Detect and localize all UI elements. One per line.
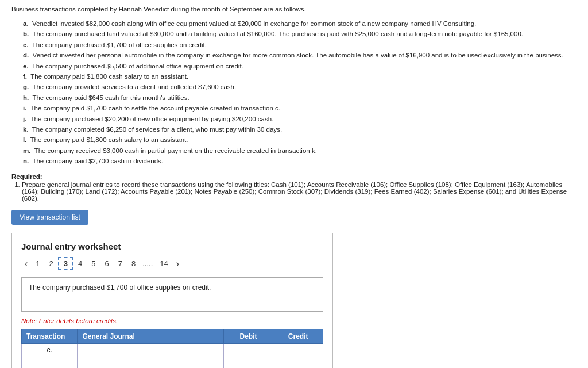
transaction-n: n. The company paid $2,700 cash in divid… <box>23 156 577 166</box>
general-journal-cell-2[interactable] <box>78 356 223 368</box>
page-14-button[interactable]: 14 <box>155 258 172 269</box>
transaction-description: The company purchased $1,700 of office s… <box>21 277 323 312</box>
debit-input-2[interactable] <box>226 359 271 367</box>
col-header-general-journal: General Journal <box>78 329 223 344</box>
debit-cell-1[interactable] <box>223 344 273 356</box>
credit-cell-2[interactable] <box>273 356 323 368</box>
transaction-c: c. The company purchased $1,700 of offic… <box>23 40 577 50</box>
transaction-f: f. The company paid $1,800 cash salary t… <box>23 71 577 82</box>
pagination-ellipsis: ..... <box>140 258 155 269</box>
transaction-b: b. The company purchased land valued at … <box>23 29 577 39</box>
table-row: c. <box>22 344 323 356</box>
required-section: Required: Prepare general journal entrie… <box>11 173 577 202</box>
table-row <box>22 356 323 368</box>
transaction-l: l. The company paid $1,800 cash salary t… <box>23 135 577 145</box>
page-4-button[interactable]: 4 <box>74 258 87 269</box>
transaction-cell-1: c. <box>22 344 78 356</box>
required-label: Required: <box>11 173 42 180</box>
worksheet-title: Journal entry worksheet <box>21 241 323 251</box>
col-header-credit: Credit <box>273 329 323 344</box>
page-6-button[interactable]: 6 <box>100 258 114 269</box>
journal-entry-worksheet: Journal entry worksheet ‹ 1 2 3 4 5 6 7 … <box>11 233 333 368</box>
required-item-1: Prepare general journal entries to recor… <box>22 181 577 202</box>
page-8-button[interactable]: 8 <box>127 258 140 269</box>
general-journal-input-1[interactable] <box>80 346 220 354</box>
credit-input-1[interactable] <box>276 346 320 354</box>
transaction-g: g. The company provided services to a cl… <box>23 82 577 92</box>
page-3-button[interactable]: 3 <box>58 257 74 270</box>
transaction-d: d. Venedict invested her personal automo… <box>23 50 577 60</box>
transaction-h: h. The company paid $645 cash for this m… <box>23 93 577 103</box>
page-1-button[interactable]: 1 <box>31 258 44 269</box>
prev-page-button[interactable]: ‹ <box>21 259 31 269</box>
debit-cell-2[interactable] <box>223 356 273 368</box>
next-page-button[interactable]: › <box>173 259 183 269</box>
page-2-button[interactable]: 2 <box>45 258 58 269</box>
transaction-a: a. Venedict invested $82,000 cash along … <box>23 18 577 29</box>
view-transaction-list-button[interactable]: View transaction list <box>11 210 88 225</box>
page-5-button[interactable]: 5 <box>87 258 100 269</box>
debit-input-1[interactable] <box>226 346 271 354</box>
transaction-i: i. The company paid $1,700 cash to settl… <box>23 103 577 113</box>
journal-table: Transaction General Journal Debit Credit… <box>21 329 323 368</box>
pagination: ‹ 1 2 3 4 5 6 7 8 ..... 14 › <box>21 257 323 270</box>
credit-input-2[interactable] <box>276 359 320 367</box>
transaction-k: k. The company completed $6,250 of servi… <box>23 124 577 135</box>
col-header-transaction: Transaction <box>22 329 78 344</box>
transaction-e: e. The company purchased $5,500 of addit… <box>23 61 577 71</box>
transaction-m: m. The company received $3,000 cash in p… <box>23 145 577 156</box>
page-7-button[interactable]: 7 <box>114 258 127 269</box>
credit-cell-1[interactable] <box>273 344 323 356</box>
note-text: Note: Enter debits before credits. <box>21 317 323 324</box>
transaction-j: j. The company purchased $20,200 of new … <box>23 114 577 124</box>
general-journal-input-2[interactable] <box>80 359 220 367</box>
transaction-cell-2 <box>22 356 78 368</box>
intro-text: Business transactions completed by Hanna… <box>11 6 577 13</box>
general-journal-cell-1[interactable] <box>78 344 223 356</box>
col-header-debit: Debit <box>223 329 273 344</box>
